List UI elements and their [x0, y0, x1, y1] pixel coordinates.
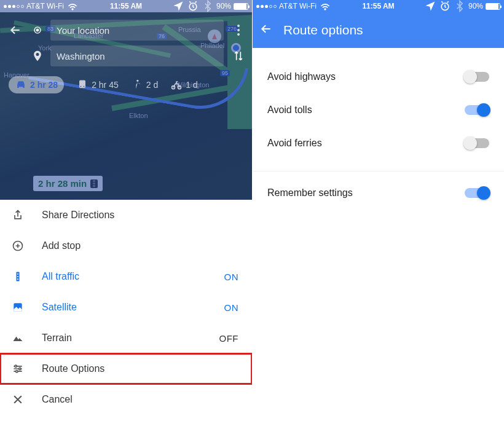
traffic-light-icon — [90, 179, 98, 188]
terrain-label: Terrain — [42, 333, 72, 344]
svg-point-5 — [81, 86, 82, 87]
avoid-ferries-row[interactable]: Avoid ferries — [253, 127, 504, 160]
share-label: Share Directions — [42, 210, 114, 221]
origin-dot-icon — [28, 24, 47, 36]
battery-icon — [234, 3, 248, 10]
cancel-label: Cancel — [42, 394, 73, 405]
mode-bike-time: 1 d — [186, 80, 197, 90]
mode-car-time: 2 hr 28 — [30, 80, 58, 90]
svg-point-18 — [16, 371, 18, 372]
svg-point-13 — [17, 276, 18, 277]
avoid-highways-toggle[interactable] — [465, 72, 489, 82]
plus-circle-icon — [11, 240, 25, 252]
more-menu-button[interactable] — [231, 25, 246, 36]
traffic-label: All traffic — [42, 271, 79, 282]
swap-button[interactable] — [231, 50, 246, 62]
satellite[interactable]: Satellite ON — [0, 292, 252, 323]
terrain-icon — [11, 332, 25, 344]
traffic-icon — [11, 270, 25, 283]
terrain-state: OFF — [219, 333, 239, 344]
remember-settings-row[interactable]: Remember settings — [253, 176, 504, 210]
remember-settings-label: Remember settings — [267, 187, 353, 199]
sliders-icon — [11, 363, 25, 375]
svg-point-16 — [15, 365, 17, 367]
map-label: Elkton — [129, 112, 148, 119]
avoid-tolls-label: Avoid tolls — [267, 104, 312, 116]
avoid-ferries-label: Avoid ferries — [267, 138, 322, 149]
svg-point-12 — [17, 274, 18, 275]
mode-bike[interactable]: 1 d — [170, 79, 197, 91]
route-time-text: 2 hr 28 min — [38, 178, 87, 189]
mode-transit-time: 2 hr 45 — [92, 80, 119, 90]
clock-label: 11:55 AM — [253, 2, 504, 10]
back-arrow-icon[interactable] — [260, 23, 272, 37]
satellite-state: ON — [224, 302, 239, 313]
satellite-icon — [11, 301, 25, 313]
back-arrow-icon[interactable] — [6, 24, 25, 36]
clock-label: 11:55 AM — [0, 2, 252, 10]
avoid-highways-row[interactable]: Avoid highways — [253, 60, 504, 93]
share-icon — [11, 209, 25, 221]
svg-point-6 — [84, 86, 85, 87]
battery-icon — [486, 3, 500, 10]
destination-pin-icon — [28, 50, 47, 62]
route-options[interactable]: Route Options — [0, 353, 252, 384]
separator — [253, 171, 504, 171]
terrain[interactable]: Terrain OFF — [0, 323, 252, 353]
mode-walk-time: 2 d — [146, 80, 158, 90]
route-options-label: Route Options — [42, 363, 104, 374]
avoid-tolls-row[interactable]: Avoid tolls — [253, 93, 504, 127]
cancel[interactable]: Cancel — [0, 384, 252, 415]
to-field[interactable]: Washington — [50, 45, 224, 66]
page-title: Route options — [283, 23, 363, 37]
mode-transit[interactable]: 2 hr 45 — [76, 79, 119, 91]
svg-point-17 — [19, 368, 21, 369]
status-bar: AT&T Wi-Fi 11:55 AM 90% — [0, 0, 252, 12]
options-sheet: Share Directions Add stop All traffic ON… — [0, 200, 252, 437]
route-time-bubble[interactable]: 2 hr 28 min — [33, 176, 103, 191]
avoid-tolls-toggle[interactable] — [465, 105, 489, 115]
svg-point-3 — [36, 29, 38, 31]
share-directions[interactable]: Share Directions — [0, 200, 252, 230]
add-stop[interactable]: Add stop — [0, 230, 252, 261]
add-stop-label: Add stop — [42, 240, 81, 251]
svg-point-14 — [17, 278, 18, 280]
route-options-header: Route options — [253, 12, 504, 48]
mode-walk[interactable]: 2 d — [131, 79, 158, 91]
satellite-label: Satellite — [42, 302, 77, 313]
mode-car[interactable]: 2 hr 28 — [9, 76, 64, 93]
travel-modes: 2 hr 28 2 hr 45 2 d 1 d — [0, 69, 252, 100]
remember-settings-toggle[interactable] — [465, 188, 489, 198]
close-icon — [11, 393, 25, 406]
svg-point-7 — [136, 80, 138, 82]
svg-rect-4 — [79, 81, 85, 89]
avoid-ferries-toggle[interactable] — [465, 138, 489, 148]
all-traffic[interactable]: All traffic ON — [0, 261, 252, 292]
from-field[interactable]: Your location — [50, 20, 224, 41]
avoid-highways-label: Avoid highways — [267, 71, 336, 82]
traffic-state: ON — [224, 272, 239, 282]
status-bar: AT&T Wi-Fi 11:55 AM 90% — [253, 0, 504, 12]
